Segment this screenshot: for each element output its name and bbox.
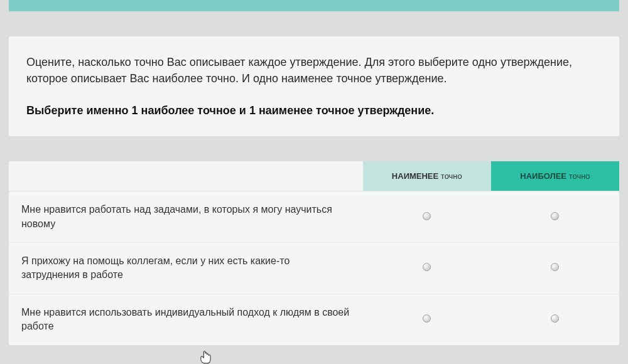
header-empty (9, 161, 363, 191)
header-least-strong: НАИМЕНЕЕ (392, 171, 438, 181)
statements-table-wrap: НАИМЕНЕЕ точно НАИБОЛЕЕ точно Мне нравит… (9, 161, 619, 345)
header-most-strong: НАИБОЛЕЕ (520, 171, 566, 181)
top-accent-bar (9, 0, 619, 11)
radio-least[interactable] (423, 314, 431, 323)
header-least: НАИМЕНЕЕ точно (363, 161, 491, 191)
table-row: Мне нравится использовать индивидуальный… (9, 294, 619, 345)
cursor-icon (200, 350, 211, 364)
header-least-light: точно (438, 171, 462, 181)
header-most: НАИБОЛЕЕ точно (491, 161, 619, 191)
statements-table: НАИМЕНЕЕ точно НАИБОЛЕЕ точно Мне нравит… (9, 161, 619, 345)
radio-least[interactable] (423, 212, 431, 220)
radio-most[interactable] (551, 263, 559, 271)
radio-most[interactable] (551, 314, 559, 323)
radio-least[interactable] (423, 263, 431, 271)
table-row: Я прихожу на помощь коллегам, если у них… (9, 242, 619, 294)
instruction-card: Оцените, насколько точно Вас описывает к… (9, 36, 619, 136)
table-row: Мне нравится работать над задачами, в ко… (9, 191, 619, 243)
instruction-bold: Выберите именно 1 наиболее точное и 1 на… (26, 104, 602, 117)
instruction-paragraph: Оцените, насколько точно Вас описывает к… (26, 54, 602, 87)
statement-text: Мне нравится работать над задачами, в ко… (9, 191, 363, 243)
header-most-light: точно (566, 171, 590, 181)
statement-text: Мне нравится использовать индивидуальный… (9, 294, 363, 345)
statement-text: Я прихожу на помощь коллегам, если у них… (9, 242, 363, 294)
radio-most[interactable] (551, 212, 559, 220)
